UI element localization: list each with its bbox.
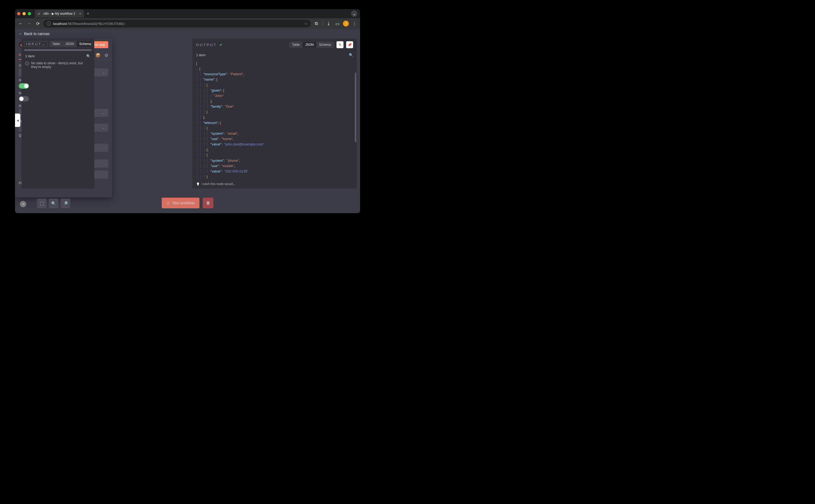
forward-icon[interactable]: → [26, 21, 32, 26]
output-tab-schema[interactable]: Schema [316, 42, 333, 48]
new-tab-button[interactable]: + [87, 11, 89, 17]
output-panel: OUTPUT ✔ Table JSON Schema ✎ 📌 1 item 🔍 [192, 39, 357, 189]
minimize-window-button[interactable] [22, 12, 26, 15]
json-given-0: "John" [213, 94, 223, 98]
output-json-viewer[interactable]: [ ┆ { ┆ ┆ "resourceType": "Patient", ┆ ┆… [192, 59, 357, 180]
profile-avatar[interactable]: J [343, 21, 349, 27]
n8n-app: ← Back to canvas ◂ JB ⛶ 🔍 🔎 ⚠ Test workf… [15, 29, 360, 213]
output-item-count: 1 item [196, 53, 205, 57]
close-window-button[interactable] [17, 12, 20, 15]
browser-tab[interactable]: ⇄ n8n - ▶ My workflow 2 × [35, 10, 84, 18]
browser-tabbar: ⇄ n8n - ▶ My workflow 2 × + ⌄ [15, 9, 360, 18]
test-workflow-button[interactable]: ⚠ Test workflow [161, 198, 199, 208]
output-view-tabs: Table JSON Schema [289, 42, 334, 48]
output-tab-table[interactable]: Table [289, 42, 302, 48]
output-title: OUTPUT [196, 43, 217, 47]
panel-resizer[interactable] [359, 39, 360, 213]
info-icon: i [25, 62, 29, 65]
site-info-icon[interactable]: i [47, 21, 51, 26]
edit-output-button[interactable]: ✎ [336, 41, 343, 48]
canvas-controls: ⛶ 🔍 🔎 [37, 199, 70, 208]
url-host: localhost [53, 22, 67, 26]
download-icon[interactable]: ⭳ [326, 21, 332, 26]
back-icon[interactable]: ← [18, 21, 24, 26]
json-resourceType: "Patient" [230, 72, 243, 76]
back-to-canvas-link[interactable]: ← Back to canvas [15, 29, 360, 39]
check-icon: ✔ [219, 43, 223, 47]
address-bar[interactable]: i localhost:5678/workflow/a3qYBLhYD8UTA8… [43, 20, 311, 27]
retrieve-toggle[interactable] [19, 83, 29, 89]
delete-button[interactable]: 🗑 [203, 198, 213, 208]
tab-title: n8n - ▶ My workflow 2 [43, 12, 75, 16]
arrow-left-icon: ← [19, 32, 22, 36]
pin-output-button[interactable]: 📌 [346, 41, 353, 48]
fit-view-button[interactable]: ⛶ [37, 199, 47, 208]
browser-window: ⇄ n8n - ▶ My workflow 2 × + ⌄ ← → ⟳ i lo… [15, 9, 360, 213]
output-tab-json[interactable]: JSON [302, 42, 316, 48]
n8n-favicon: ⇄ [37, 12, 41, 16]
feedback-prompt[interactable]: I wish this node would... [192, 180, 357, 189]
side-handle[interactable]: ◂ [15, 114, 20, 127]
tab-list-button[interactable]: ⌄ [351, 10, 357, 17]
user-badge[interactable]: JB [20, 201, 26, 207]
cube-icon[interactable]: 📦 [95, 53, 101, 58]
input-search-icon[interactable]: 🔍 [86, 54, 91, 58]
json-family: "Doe" [225, 104, 234, 108]
close-tab-icon[interactable]: × [79, 12, 81, 16]
input-view-tabs: Table JSON Schema [49, 41, 92, 47]
reload-icon[interactable]: ⟳ [35, 21, 41, 26]
input-empty-message: i No data to show - item(s) exist, but t… [21, 60, 94, 70]
panel-icon[interactable]: ▭ [334, 21, 340, 26]
extensions-icon[interactable]: ⧉ [313, 21, 319, 26]
warning-icon: ⚠ [166, 201, 170, 205]
output-search-icon[interactable]: 🔍 [349, 53, 353, 57]
input-item-count: 1 item [25, 54, 35, 58]
output-scrollbar[interactable] [355, 73, 356, 142]
input-tab-json[interactable]: JSON [63, 41, 77, 47]
input-scrollbar[interactable] [24, 49, 92, 51]
traffic-lights [17, 12, 31, 15]
bookmark-star-icon[interactable]: ☆ [304, 22, 307, 26]
zoom-in-button[interactable]: 🔍 [49, 199, 58, 208]
normalize-toggle[interactable] [19, 96, 29, 101]
back-label: Back to canvas [24, 32, 50, 36]
url-path: :5678/workflow/a3qYBLhYD8UTA8Ez [67, 22, 125, 26]
input-title[interactable]: INPUT⌄ [24, 41, 48, 47]
input-panel: INPUT⌄ Table JSON Schema 1 item 🔍 i No d… [21, 39, 94, 189]
input-tab-table[interactable]: Table [50, 41, 63, 47]
gear-icon[interactable]: ⚙ [104, 53, 108, 58]
browser-toolbar: ← → ⟳ i localhost:5678/workflow/a3qYBLhY… [15, 18, 360, 29]
zoom-out-button[interactable]: 🔎 [61, 199, 70, 208]
browser-menu-icon[interactable]: ⋮ [351, 21, 357, 26]
input-tab-schema[interactable]: Schema [77, 41, 92, 47]
maximize-window-button[interactable] [28, 12, 31, 15]
